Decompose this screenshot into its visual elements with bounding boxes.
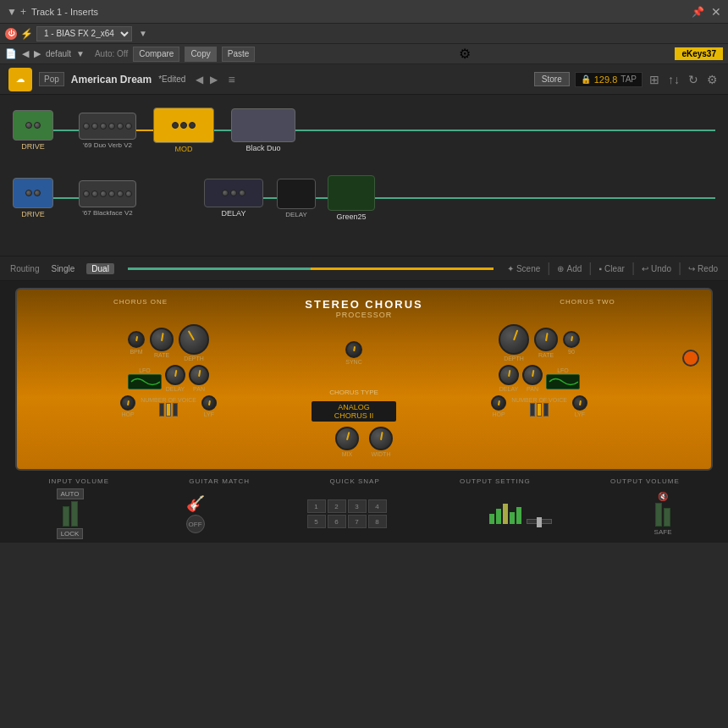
scene-btn[interactable]: ✦ Scene xyxy=(507,264,540,273)
pedal-verb[interactable]: '69 Duo Verb V2 xyxy=(79,113,136,149)
snap-2[interactable]: 2 xyxy=(328,499,346,513)
midi-icon[interactable]: ⚡ xyxy=(20,28,33,40)
wire8 xyxy=(375,197,715,199)
plugin-select[interactable]: 1 - BIAS FX 2_x64 xyxy=(36,26,132,41)
knob-mix[interactable]: MIX xyxy=(335,427,359,457)
guitar-match-btn[interactable]: OFF xyxy=(186,515,205,533)
sc-bot-row: DRIVE '67 Blackface V2 DELAY xyxy=(13,175,715,221)
preset-menu-icon[interactable]: ≡ xyxy=(228,73,234,86)
guitar-match-label: GUITAR MATCH xyxy=(189,477,250,485)
pedal-green25[interactable]: Green25 xyxy=(328,175,375,221)
wire4 xyxy=(295,130,715,131)
knob-depth-1[interactable]: DEPTH xyxy=(179,324,209,361)
preset-dropdown-icon[interactable]: ▼ xyxy=(76,49,85,58)
lock-button[interactable]: LOCK xyxy=(57,528,84,539)
next-icon[interactable]: ▶ xyxy=(34,48,41,59)
plus-icon: ⊕ xyxy=(557,264,564,273)
chorus-power-btn[interactable] xyxy=(682,350,699,367)
knob-hop-2[interactable]: HOP xyxy=(491,395,506,417)
collapse-icon[interactable]: ▼ xyxy=(7,6,17,18)
lfo-wave-2 xyxy=(548,376,578,388)
pedal-delay2[interactable]: DELAY xyxy=(277,179,316,218)
chorus-subtitle: PROCESSOR xyxy=(252,311,476,319)
bottom-labels: INPUT VOLUME GUITAR MATCH QUICK SNAP OUT… xyxy=(8,477,720,485)
chorus-right-section: DEPTH RATE 90 xyxy=(400,324,679,417)
compare-button[interactable]: Compare xyxy=(133,47,179,62)
pedal-blackface[interactable]: '67 Blackface V2 xyxy=(79,180,136,217)
routing-right: ✦ Scene | ⊕ Add | ▪ Clear | ↩ Undo xyxy=(507,261,718,276)
snap-5[interactable]: 5 xyxy=(307,515,326,528)
lfo-display-1[interactable] xyxy=(128,374,162,389)
output-volume-control: 🔇 SAFE xyxy=(654,492,672,536)
snap-6[interactable]: 6 xyxy=(328,515,346,528)
undo-btn[interactable]: ↩ Undo xyxy=(642,264,671,273)
loop-icon[interactable]: ↻ xyxy=(687,71,700,88)
grid-icon[interactable]: ⊞ xyxy=(648,71,661,88)
pedal-drive1[interactable]: DRIVE xyxy=(13,110,53,151)
knob-lyf-2[interactable]: LYF xyxy=(572,395,587,417)
wire7 xyxy=(316,197,328,199)
config-icon[interactable]: ⚙ xyxy=(705,71,720,88)
redo-btn[interactable]: ↪ Redo xyxy=(688,264,718,273)
snap-4[interactable]: 4 xyxy=(368,499,387,513)
knob-sync[interactable]: SYNC xyxy=(345,341,362,365)
power-icon[interactable]: ⏻ xyxy=(5,28,17,40)
preset-next-icon[interactable]: ▶ xyxy=(210,74,218,85)
prev-icon[interactable]: ◀ xyxy=(22,48,29,59)
copy-button[interactable]: Copy xyxy=(185,47,216,62)
settings-icon[interactable]: ⚙ xyxy=(459,46,471,62)
chorus-mix-row: MIX WIDTH xyxy=(29,427,699,457)
undo-icon: ↩ xyxy=(642,264,648,273)
auto-button[interactable]: AUTO xyxy=(57,488,84,499)
add-icon[interactable]: + xyxy=(20,6,26,18)
knob-delay-1[interactable]: DELAY xyxy=(165,365,185,392)
chorus-processor: CHORUS ONE STEREO CHORUS PROCESSOR CHORU… xyxy=(15,288,713,471)
knob-pan-1[interactable]: PAN xyxy=(189,365,209,392)
tap-label[interactable]: TAP xyxy=(620,74,637,84)
clear-btn[interactable]: ▪ Clear xyxy=(598,264,624,273)
pedal-delay[interactable]: DELAY xyxy=(204,179,263,218)
snap-8[interactable]: 8 xyxy=(368,515,387,528)
close-icon[interactable]: ✕ xyxy=(711,5,721,19)
knob-sm-right[interactable]: 90 xyxy=(563,331,580,355)
pedal-drive2[interactable]: DRIVE xyxy=(13,178,53,218)
chorus-type-label: CHORUS TYPE xyxy=(329,389,378,396)
routing-dual[interactable]: Dual xyxy=(86,263,114,274)
delay2-visual xyxy=(277,179,316,209)
knob-width[interactable]: WIDTH xyxy=(369,427,393,457)
chorus-type-button[interactable]: ANALOG CHORUS II xyxy=(312,401,396,422)
snap-3[interactable]: 3 xyxy=(348,499,367,513)
amp-label: Black Duo xyxy=(245,144,280,152)
lfo-display-2[interactable] xyxy=(546,374,580,389)
knob-rate-1[interactable]: RATE xyxy=(150,328,174,358)
genre-tag[interactable]: Pop xyxy=(39,72,64,86)
snap-1[interactable]: 1 xyxy=(307,499,326,513)
pedal-amp[interactable]: Black Duo xyxy=(231,108,295,152)
add-btn[interactable]: ⊕ Add xyxy=(557,264,582,273)
knob-pan-2[interactable]: PAN xyxy=(522,365,543,392)
knob-rate-2[interactable]: RATE xyxy=(534,328,558,358)
file-icon[interactable]: 📄 xyxy=(5,48,17,59)
chorus-title: STEREO CHORUS xyxy=(252,298,476,311)
knob-bpm[interactable]: BPM xyxy=(128,331,145,355)
mute-icon[interactable]: 🔇 xyxy=(658,492,668,501)
routing-single[interactable]: Single xyxy=(46,263,80,274)
wire3 xyxy=(214,130,231,131)
knob-depth-2[interactable]: DEPTH xyxy=(499,324,529,361)
tuner-icon[interactable]: ↑↓ xyxy=(666,71,681,88)
knob-delay-2[interactable]: DELAY xyxy=(499,365,519,392)
verb-label: '69 Duo Verb V2 xyxy=(83,141,132,149)
preset-prev-icon[interactable]: ◀ xyxy=(196,74,203,85)
pedal-mod[interactable]: MOD xyxy=(153,108,214,153)
knob-lyf-1[interactable]: LYF xyxy=(201,395,217,417)
paste-button[interactable]: Paste xyxy=(222,47,256,62)
lfo-label-2: LFO xyxy=(557,367,569,373)
store-button[interactable]: Store xyxy=(534,72,570,86)
chorus-right-bottom: HOP NUMBER OF VOICE xyxy=(400,395,679,417)
output-setting-control xyxy=(489,504,552,524)
knob-hop-1[interactable]: HOP xyxy=(120,395,135,417)
wire5 xyxy=(53,197,79,199)
snap-7[interactable]: 7 xyxy=(348,515,367,528)
pin-icon[interactable]: 📌 xyxy=(692,6,704,18)
guitar-icon[interactable]: 🎸 xyxy=(186,494,205,513)
